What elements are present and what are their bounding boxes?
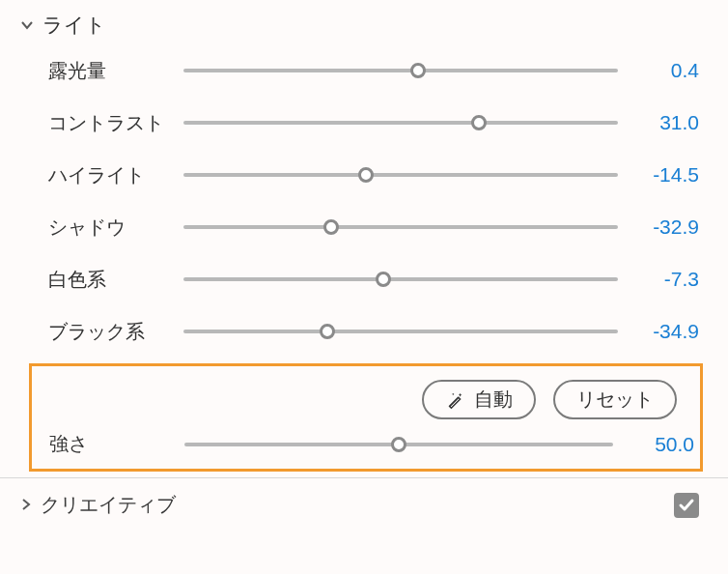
auto-button-label: 自動 <box>474 387 513 413</box>
auto-button[interactable]: 自動 <box>422 380 536 419</box>
slider-label: ハイライト <box>48 162 172 188</box>
strength-label: 強さ <box>49 431 173 457</box>
button-row: 自動 リセット <box>49 380 694 429</box>
section-header-creative[interactable]: クリエイティブ <box>0 478 728 531</box>
creative-checkbox[interactable] <box>674 493 699 518</box>
slider-label: 露光量 <box>48 58 172 84</box>
slider[interactable] <box>183 62 618 79</box>
slider[interactable] <box>183 166 618 184</box>
reset-button[interactable]: リセット <box>553 380 677 419</box>
slider-thumb[interactable] <box>410 63 426 78</box>
slider-value: 31.0 <box>630 111 699 134</box>
slider-thumb[interactable] <box>471 115 487 130</box>
chevron-down-icon <box>19 18 35 32</box>
slider[interactable] <box>183 323 618 340</box>
slider-row: ブラック系-34.9 <box>48 305 699 358</box>
slider-value: -34.9 <box>630 320 699 343</box>
slider-thumb[interactable] <box>376 272 391 287</box>
slider[interactable] <box>183 218 618 236</box>
slider-value: -7.3 <box>630 268 699 291</box>
slider-label: ブラック系 <box>48 319 172 345</box>
slider-value: -14.5 <box>630 163 699 187</box>
slider-row: 露光量0.4 <box>48 44 699 97</box>
slider-thumb[interactable] <box>323 219 339 235</box>
section-header-light[interactable]: ライト <box>0 8 728 44</box>
light-panel: ライト 露光量0.4コントラスト31.0ハイライト-14.5シャドウ-32.9白… <box>0 0 728 539</box>
slider-row: 白色系-7.3 <box>48 253 699 305</box>
slider[interactable] <box>183 114 618 131</box>
auto-highlight-box: 自動 リセット 強さ 50.0 <box>29 363 703 472</box>
slider-group: 露光量0.4コントラスト31.0ハイライト-14.5シャドウ-32.9白色系-7… <box>0 44 728 358</box>
slider-thumb[interactable] <box>391 437 406 452</box>
section-title: クリエイティブ <box>41 492 176 518</box>
slider-label: コントラスト <box>48 110 172 136</box>
slider-value: -32.9 <box>630 215 699 239</box>
slider-thumb[interactable] <box>320 324 335 339</box>
strength-slider-row: 強さ 50.0 <box>49 429 694 457</box>
section-title: ライト <box>42 12 106 39</box>
slider-label: シャドウ <box>48 215 172 241</box>
strength-slider[interactable] <box>184 436 613 453</box>
slider[interactable] <box>183 271 618 288</box>
slider-row: コントラスト31.0 <box>48 97 699 149</box>
slider-row: シャドウ-32.9 <box>48 201 699 253</box>
magic-wand-icon <box>445 389 466 411</box>
reset-button-label: リセット <box>576 387 654 413</box>
slider-row: ハイライト-14.5 <box>48 149 699 201</box>
slider-thumb[interactable] <box>358 167 374 183</box>
slider-label: 白色系 <box>48 267 172 293</box>
slider-value: 0.4 <box>630 59 699 82</box>
chevron-right-icon <box>19 494 33 516</box>
strength-value: 50.0 <box>625 433 694 456</box>
